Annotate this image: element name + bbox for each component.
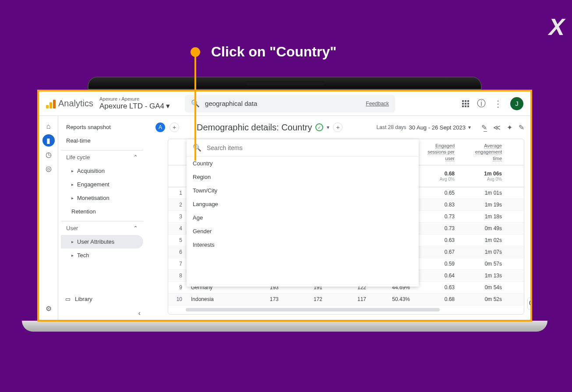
chevron-up-icon: ⌃: [133, 225, 138, 231]
share-icon[interactable]: ≪: [493, 123, 501, 132]
rail-home-icon[interactable]: ⌂: [42, 120, 55, 133]
help-icon[interactable]: ⓘ: [477, 98, 486, 109]
chevron-right-icon: ▸: [71, 168, 74, 173]
dimension-dropdown: 🔍 CountryRegionTown/CityLanguageAgeGende…: [187, 139, 419, 287]
sidebar-item-retention[interactable]: Retention: [61, 205, 143, 218]
property-name: Apexure LTD - GA4 ▾: [99, 102, 170, 111]
page-title: Demographic details: Country ✓ ▾ +: [197, 122, 342, 133]
check-icon[interactable]: ✓: [315, 123, 323, 131]
dropdown-item-region[interactable]: Region: [187, 170, 419, 184]
sidebar-item-tech[interactable]: ▸Tech: [61, 248, 143, 262]
top-actions: ⓘ ⋮ J: [462, 97, 523, 110]
add-dimension-button[interactable]: +: [333, 122, 342, 132]
laptop-base: [22, 321, 547, 332]
callout-dot: [191, 47, 200, 57]
rail-advertising-icon[interactable]: ◎: [42, 162, 55, 175]
property-selector[interactable]: Apexure › Apexure Apexure LTD - GA4 ▾: [99, 96, 170, 111]
col-avg-engagement[interactable]: Averageengagementtime: [459, 143, 506, 161]
rail-reports-icon[interactable]: ▮: [42, 134, 55, 147]
chevron-up-icon: ⌃: [133, 154, 138, 161]
breadcrumb: Apexure › Apexure: [99, 96, 170, 102]
library-link[interactable]: ▭Library: [65, 296, 92, 302]
dropdown-item-interests[interactable]: Interests: [187, 238, 419, 252]
top-bar: Analytics Apexure › Apexure Apexure LTD …: [39, 91, 530, 116]
sidebar-realtime[interactable]: Real-time: [61, 134, 143, 147]
dropdown-item-towncity[interactable]: Town/City: [187, 184, 419, 197]
apps-icon[interactable]: [462, 100, 469, 107]
feedback-icon[interactable]: 💬: [527, 298, 532, 310]
sidebar-reports-snapshot[interactable]: Reports snapshot: [61, 120, 143, 134]
customize-icon[interactable]: ✎̲: [481, 123, 487, 132]
dropdown-search-input[interactable]: [207, 144, 413, 151]
product-name: Analytics: [58, 98, 93, 108]
insights-icon[interactable]: ✦: [507, 123, 512, 132]
feedback-link[interactable]: Feedback: [366, 101, 389, 107]
brand-logo: X: [549, 13, 561, 40]
data-table: Engagedsessions peruser Averageengagemen…: [168, 139, 524, 315]
search-icon: 🔍: [193, 144, 201, 152]
more-icon[interactable]: ⋮: [494, 98, 502, 109]
col-engaged-sessions[interactable]: Engagedsessions peruser: [414, 143, 459, 161]
chevron-down-icon: ▾: [166, 102, 170, 111]
sidebar-item-user-attributes[interactable]: ▸User Attributes: [61, 235, 143, 248]
rail-explore-icon[interactable]: ◷: [42, 148, 55, 161]
chevron-down-icon: ▾: [468, 124, 471, 130]
nav-rail: ⌂ ▮ ◷ ◎ ⚙: [39, 116, 58, 320]
ga-icon: [46, 99, 56, 108]
sidebar-item-engagement[interactable]: ▸Engagement: [61, 178, 143, 191]
library-icon: ▭: [65, 296, 71, 302]
chevron-down-icon[interactable]: ▾: [327, 124, 329, 130]
ga-logo[interactable]: Analytics: [46, 98, 93, 108]
edit-icon[interactable]: ✎: [519, 123, 524, 132]
dropdown-item-gender[interactable]: Gender: [187, 224, 419, 238]
laptop-camera-bar: [88, 77, 482, 90]
callout-line: [194, 53, 196, 161]
rail-settings-icon[interactable]: ⚙: [42, 302, 55, 315]
chevron-right-icon: ▸: [71, 182, 74, 187]
search-input[interactable]: geographical data: [205, 100, 360, 107]
chevron-right-icon: ▸: [71, 239, 74, 244]
dropdown-item-country[interactable]: Country: [187, 157, 419, 170]
table-row[interactable]: 10Indonesia17317211750.43%0.680m 52s: [168, 294, 524, 305]
callout-text: Click on "Country": [211, 44, 336, 60]
search-box[interactable]: 🔍 geographical data Feedback: [185, 95, 395, 112]
dropdown-search[interactable]: 🔍: [187, 139, 419, 157]
sidebar-item-acquisition[interactable]: ▸Acquisition: [61, 164, 143, 178]
date-range[interactable]: Last 28 days 30 Aug - 26 Sept 2023 ▾: [377, 124, 471, 131]
dropdown-item-language[interactable]: Language: [187, 197, 419, 211]
content: A + Demographic details: Country ✓ ▾ + L…: [146, 116, 530, 320]
content-header: A + Demographic details: Country ✓ ▾ + L…: [152, 116, 524, 139]
sidebar-group-user[interactable]: User⌃: [61, 221, 143, 235]
laptop-frame: Analytics Apexure › Apexure Apexure LTD …: [37, 77, 532, 332]
avatar[interactable]: J: [510, 97, 523, 110]
screen: Analytics Apexure › Apexure Apexure LTD …: [37, 90, 532, 322]
sidebar: Reports snapshot Real-time Life cycle⌃ ▸…: [58, 116, 146, 320]
sidebar-group-lifecycle[interactable]: Life cycle⌃: [61, 150, 143, 164]
collapse-sidebar-icon[interactable]: ‹: [138, 309, 141, 317]
add-comparison-button[interactable]: +: [169, 122, 179, 132]
callout-annotation: Click on "Country": [191, 44, 336, 60]
chevron-right-icon: ▸: [71, 253, 74, 258]
toolbar-icons: ✎̲ ≪ ✦ ✎: [481, 123, 524, 132]
main: ⌂ ▮ ◷ ◎ ⚙ Reports snapshot Real-time Lif…: [39, 116, 530, 320]
sidebar-item-monetisation[interactable]: ▸Monetisation: [61, 191, 143, 205]
horizontal-scrollbar[interactable]: [186, 308, 440, 312]
chevron-right-icon: ▸: [71, 196, 74, 200]
audience-badge[interactable]: A: [155, 122, 165, 132]
dropdown-item-age[interactable]: Age: [187, 211, 419, 224]
